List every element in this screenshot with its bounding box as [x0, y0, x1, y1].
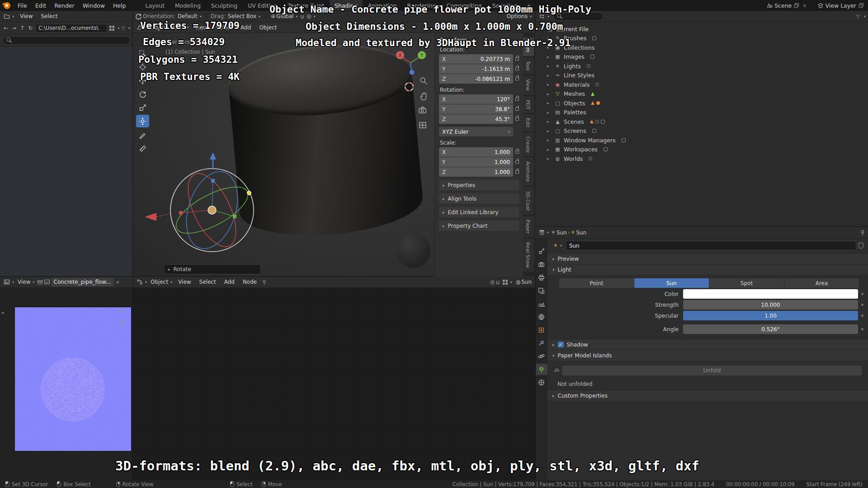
- workspace-tab-modeling[interactable]: Modeling: [170, 0, 206, 11]
- drag-dropdown[interactable]: Select Box▾: [226, 13, 262, 20]
- outliner-item-row[interactable]: ▸▲Scenes: [535, 117, 868, 127]
- tool-transform[interactable]: [136, 115, 149, 127]
- display-mode-chevron[interactable]: ▾: [118, 26, 120, 30]
- perspective-toggle-icon[interactable]: [420, 122, 426, 128]
- scale-z-field[interactable]: Z1.000: [439, 167, 513, 177]
- image-name-field[interactable]: Concrete_pipe_flow...: [51, 278, 114, 286]
- disclosure-icon[interactable]: ▸: [547, 55, 552, 59]
- axis-z-handle[interactable]: [410, 70, 415, 75]
- tab-object[interactable]: [535, 324, 547, 336]
- panel-property-chart[interactable]: ▸Property Chart: [439, 221, 519, 231]
- tool-rotate[interactable]: [136, 88, 149, 100]
- sidebar-tab-paper[interactable]: Paper: [523, 216, 534, 237]
- outliner-item-row[interactable]: ▸▦Images: [535, 52, 868, 62]
- disclosure-icon[interactable]: ▸: [547, 147, 552, 152]
- gizmo-center[interactable]: [208, 206, 216, 214]
- filter-chevron[interactable]: ▾: [128, 26, 130, 30]
- rotation-mode-dropdown[interactable]: XYZ Euler▾: [439, 127, 513, 136]
- lock-icon[interactable]: [515, 98, 519, 101]
- snap-magnet-icon[interactable]: ∪: [495, 279, 500, 286]
- scale-x-handle[interactable]: [179, 211, 183, 215]
- sidebar-tab-real-snow[interactable]: Real Snow: [523, 239, 534, 272]
- file-browser-menu-select[interactable]: Select: [38, 12, 61, 20]
- tool-scale[interactable]: [136, 101, 149, 114]
- light-data-dropdown[interactable]: ☀▾: [552, 242, 563, 249]
- panel-properties[interactable]: ▸Properties: [439, 180, 519, 190]
- sidebar-tab-edit[interactable]: Edit: [523, 114, 534, 131]
- panel-paper-model-islands[interactable]: ▾Paper Model Islands: [547, 350, 868, 361]
- specular-slider[interactable]: 1.00: [683, 311, 858, 320]
- disclosure-icon[interactable]: ▸: [547, 129, 552, 133]
- viewport-menu-object[interactable]: Object: [255, 23, 280, 32]
- unfold-button[interactable]: Unfold: [562, 366, 862, 375]
- menu-window[interactable]: Window: [79, 1, 108, 10]
- tab-tool[interactable]: [535, 246, 547, 257]
- rotation-y-field[interactable]: Y38.8°: [439, 104, 513, 114]
- filter-icon[interactable]: ▽: [122, 25, 125, 31]
- strength-field[interactable]: 10.000: [683, 300, 858, 310]
- scale-y-field[interactable]: Y1.000: [439, 157, 513, 167]
- parent-dir-button[interactable]: ↑: [19, 25, 25, 31]
- pin-icon[interactable]: [859, 230, 866, 236]
- disclosure-icon[interactable]: ▸: [547, 138, 552, 142]
- tab-scene[interactable]: [535, 298, 547, 310]
- move-z-arrow[interactable]: [210, 152, 216, 160]
- zoom-icon[interactable]: [118, 307, 124, 313]
- outliner-item-row[interactable]: ▸▽Meshes: [535, 89, 868, 99]
- sidebar-tab-3d-coat[interactable]: 3D-Coat: [523, 187, 534, 215]
- transform-gizmo[interactable]: [145, 152, 255, 255]
- normal-map-image[interactable]: [15, 307, 131, 451]
- navigation-axes-gizmo[interactable]: X Y: [396, 51, 426, 75]
- tab-object-data[interactable]: [535, 364, 547, 375]
- outliner-filter-chevron[interactable]: ▾: [864, 14, 866, 19]
- image-menu-view[interactable]: View▾: [16, 278, 36, 286]
- workspace-tab-sculpting[interactable]: Sculpting: [206, 0, 243, 11]
- location-y-field[interactable]: Y-1.1613 m: [439, 64, 513, 74]
- disclosure-icon[interactable]: ▸: [547, 119, 552, 124]
- outliner-item-row[interactable]: ▸▣Collections: [535, 43, 868, 52]
- color-swatch[interactable]: [683, 289, 858, 299]
- lock-icon[interactable]: [515, 117, 519, 121]
- new-scene-icon[interactable]: [793, 2, 800, 9]
- animate-decorator[interactable]: [861, 328, 863, 330]
- datablock-name-field[interactable]: Sun: [566, 241, 856, 250]
- animate-decorator[interactable]: [861, 304, 863, 306]
- disclosure-icon[interactable]: ▸: [547, 92, 552, 96]
- panel-shadow[interactable]: ▸✓Shadow: [547, 339, 868, 350]
- outliner-filter-icon[interactable]: ▽: [856, 14, 860, 19]
- lock-icon[interactable]: [515, 160, 519, 164]
- disclosure-icon[interactable]: ▸: [547, 110, 552, 115]
- tool-measure[interactable]: [136, 142, 149, 155]
- disclosure-icon[interactable]: ▸: [547, 73, 552, 78]
- outliner-root-row[interactable]: ▾▤Current File: [535, 24, 868, 34]
- pan-hand-icon[interactable]: [118, 319, 125, 325]
- move-x-arrow[interactable]: [145, 213, 156, 221]
- node-menu-select[interactable]: Select: [196, 278, 220, 286]
- menu-help[interactable]: Help: [109, 1, 130, 10]
- panel-light[interactable]: ▾Light: [547, 264, 868, 275]
- outliner-item-row[interactable]: ▸▤Palettes: [535, 108, 868, 117]
- rotation-x-field[interactable]: X120°: [439, 94, 513, 104]
- lock-icon[interactable]: [515, 150, 519, 154]
- angle-field[interactable]: 0.526°: [683, 324, 858, 334]
- panel-edit-linked-library[interactable]: ▸Edit Linked Library: [439, 207, 519, 217]
- scene-selector[interactable]: Scene: [774, 2, 792, 9]
- forward-button[interactable]: →: [11, 25, 17, 31]
- tab-view-layer[interactable]: [535, 285, 547, 296]
- refresh-button[interactable]: ↻: [27, 25, 33, 31]
- outliner-item-row[interactable]: ▸☀Lights: [535, 61, 868, 71]
- outliner-item-row[interactable]: ▸◉Materials: [535, 80, 868, 89]
- new-view-layer-icon[interactable]: [858, 2, 864, 9]
- menu-render[interactable]: Render: [51, 1, 78, 10]
- back-button[interactable]: ←: [3, 25, 9, 31]
- unlink-scene-icon[interactable]: ×: [802, 3, 807, 9]
- properties-editor-type-button[interactable]: ▾: [538, 229, 550, 236]
- rotation-z-field[interactable]: Z45.3°: [439, 114, 513, 124]
- lock-icon[interactable]: [515, 67, 519, 70]
- sidebar-toggle-icon[interactable]: »: [1, 309, 5, 316]
- disclosure-icon[interactable]: ▸: [547, 156, 552, 161]
- disclosure-icon[interactable]: ▸: [547, 82, 552, 87]
- workspace-tab-layout[interactable]: Layout: [140, 0, 170, 11]
- camera-view-icon[interactable]: [419, 107, 426, 113]
- operator-panel[interactable]: ▸ Rotate: [164, 264, 261, 274]
